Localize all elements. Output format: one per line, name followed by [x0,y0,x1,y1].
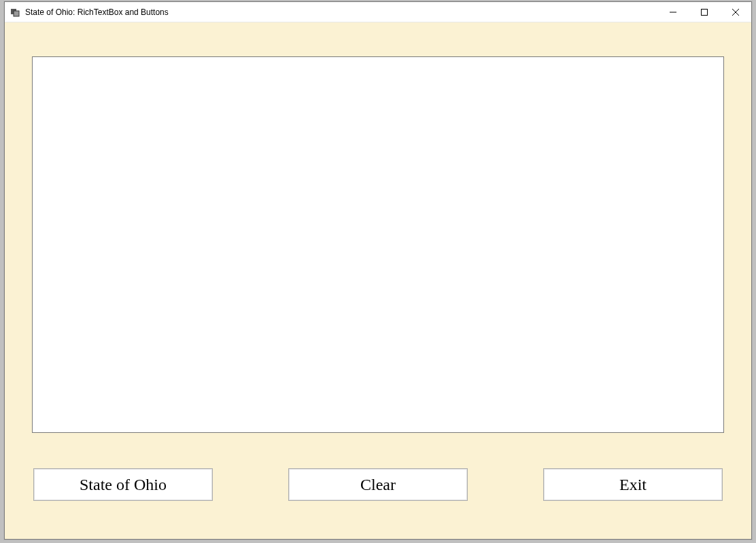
maximize-button[interactable] [689,2,720,22]
svg-rect-4 [702,10,708,16]
titlebar[interactable]: State of Ohio: RichTextBox and Buttons [5,2,751,22]
close-button[interactable] [720,2,751,22]
window-controls [657,2,751,22]
exit-button[interactable]: Exit [543,468,723,501]
app-window: State of Ohio: RichTextBox and Buttons S… [4,1,752,540]
svg-rect-1 [14,11,19,16]
window-title: State of Ohio: RichTextBox and Buttons [25,7,169,17]
client-area: State of Ohio Clear Exit [5,22,751,539]
button-row: State of Ohio Clear Exit [32,468,724,501]
richtextbox[interactable] [32,56,724,433]
state-of-ohio-button[interactable]: State of Ohio [33,468,213,501]
minimize-button[interactable] [657,2,689,22]
app-icon [10,7,21,18]
clear-button[interactable]: Clear [288,468,468,501]
